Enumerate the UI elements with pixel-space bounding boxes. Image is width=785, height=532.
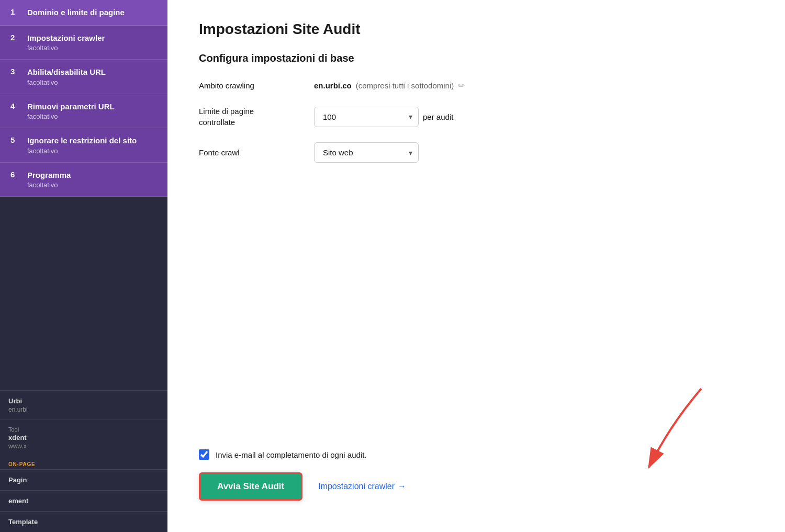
wizard-step-6[interactable]: 6 Programma facoltativo bbox=[0, 163, 167, 197]
on-page-label: ON-PAGE bbox=[0, 456, 167, 469]
sidebar-bottom: Urbi en.urbi Tool xdent www.x ON-PAGE Pa… bbox=[0, 390, 167, 532]
step-number-1: 1 bbox=[10, 7, 20, 16]
bottom-section: Invia e-mail al completamento di ogni au… bbox=[199, 449, 754, 501]
page-limit-row: Limite di pagine controllate 100 500 100… bbox=[199, 106, 754, 128]
template-title: Template bbox=[8, 518, 159, 526]
step-title-2: Impostazioni crawler bbox=[27, 33, 157, 43]
step-number-5: 5 bbox=[10, 135, 20, 144]
step-subtitle-3: facoltativo bbox=[27, 78, 157, 86]
crawl-source-row: Fonte crawl Sito web Sitemap File di tes… bbox=[199, 142, 754, 163]
step-number-6: 6 bbox=[10, 170, 20, 179]
wizard-step-2[interactable]: 2 Impostazioni crawler facoltativo bbox=[0, 26, 167, 60]
sidebar-bottom-ement[interactable]: ement bbox=[0, 490, 167, 511]
email-checkbox-row: Invia e-mail al completamento di ogni au… bbox=[199, 449, 754, 460]
step-title-3: Abilita/disabilita URL bbox=[27, 67, 157, 77]
step-title-5: Ignorare le restrizioni del sito bbox=[27, 135, 157, 146]
step-title-6: Programma bbox=[27, 170, 157, 180]
crawl-source-select-wrapper: Sito web Sitemap File di testo ▾ bbox=[314, 142, 419, 163]
crawler-settings-arrow-icon: → bbox=[398, 482, 406, 491]
sidebar-bottom-pagin[interactable]: Pagin bbox=[0, 469, 167, 490]
page-limit-select-wrapper: 100 500 1000 5000 10000 Illimitato ▾ bbox=[314, 107, 419, 127]
page-limit-select[interactable]: 100 500 1000 5000 10000 Illimitato bbox=[314, 107, 419, 127]
main-panel: Impostazioni Site Audit Configura impost… bbox=[167, 0, 785, 532]
step-number-3: 3 bbox=[10, 67, 20, 76]
page-limit-value: 100 500 1000 5000 10000 Illimitato ▾ per… bbox=[314, 107, 453, 127]
sidebar-bottom-tool[interactable]: Tool xdent www.x bbox=[0, 420, 167, 456]
email-checkbox-label: Invia e-mail al completamento di ogni au… bbox=[216, 450, 367, 459]
pagin-title: Pagin bbox=[8, 476, 159, 484]
step-subtitle-6: facoltativo bbox=[27, 181, 157, 189]
edit-domain-icon[interactable]: ✏ bbox=[458, 81, 465, 90]
urbi-title: Urbi bbox=[8, 397, 159, 405]
step-title-4: Rimuovi parametri URL bbox=[27, 101, 157, 112]
section-title: Configura impostazioni di base bbox=[199, 52, 754, 64]
step-number-2: 2 bbox=[10, 33, 20, 42]
sidebar-bottom-urbi[interactable]: Urbi en.urbi bbox=[0, 390, 167, 420]
wizard-steps-panel: 1 Dominio e limite di pagine 2 Impostazi… bbox=[0, 0, 167, 197]
step-subtitle-2: facoltativo bbox=[27, 44, 157, 52]
crawling-scope-row: Ambito crawling en.urbi.co (compresi tut… bbox=[199, 80, 754, 91]
wizard-step-5[interactable]: 5 Ignorare le restrizioni del sito facol… bbox=[0, 128, 167, 163]
domain-text: en.urbi.co bbox=[314, 81, 352, 90]
step-title-1: Dominio e limite di pagine bbox=[27, 7, 157, 18]
xdent-subtitle: www.x bbox=[8, 443, 159, 450]
domain-extra: (compresi tutti i sottodomini) bbox=[356, 81, 454, 90]
step-subtitle-4: facoltativo bbox=[27, 112, 157, 120]
crawling-scope-value: en.urbi.co (compresi tutti i sottodomini… bbox=[314, 81, 465, 90]
wizard-step-3[interactable]: 3 Abilita/disabilita URL facoltativo bbox=[0, 60, 167, 94]
per-audit-label: per audit bbox=[423, 112, 453, 121]
crawling-scope-label: Ambito crawling bbox=[199, 80, 304, 91]
email-checkbox[interactable] bbox=[199, 449, 209, 460]
page-limit-label: Limite di pagine controllate bbox=[199, 106, 304, 128]
urbi-subtitle: en.urbi bbox=[8, 406, 159, 413]
wizard-step-1[interactable]: 1 Dominio e limite di pagine bbox=[0, 0, 167, 26]
step-subtitle-5: facoltativo bbox=[27, 147, 157, 155]
sidebar: CONCORRENZA cs ca d k ORO- ey c ac p c 1… bbox=[0, 0, 167, 532]
start-audit-button[interactable]: Avvia Site Audit bbox=[199, 472, 302, 501]
action-row: Avvia Site Audit Impostazioni crawler → bbox=[199, 472, 754, 501]
crawl-source-value: Sito web Sitemap File di testo ▾ bbox=[314, 142, 419, 163]
tool-label: Tool bbox=[8, 426, 159, 433]
xdent-title: xdent bbox=[8, 434, 159, 442]
sidebar-bottom-template[interactable]: Template bbox=[0, 511, 167, 532]
step-number-4: 4 bbox=[10, 101, 20, 110]
page-title: Impostazioni Site Audit bbox=[199, 21, 754, 38]
crawl-source-select[interactable]: Sito web Sitemap File di testo bbox=[314, 142, 419, 163]
crawler-settings-link[interactable]: Impostazioni crawler → bbox=[318, 482, 406, 491]
crawl-source-label: Fonte crawl bbox=[199, 147, 304, 158]
crawler-settings-link-text: Impostazioni crawler bbox=[318, 482, 395, 491]
ement-title: ement bbox=[8, 497, 159, 505]
wizard-step-4[interactable]: 4 Rimuovi parametri URL facoltativo bbox=[0, 94, 167, 129]
